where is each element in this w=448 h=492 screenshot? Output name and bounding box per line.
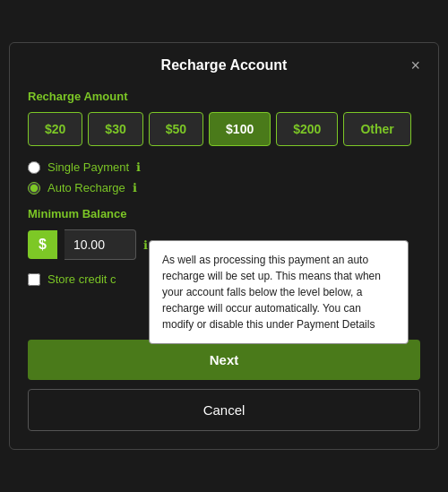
store-credit-label: Store credit c: [47, 272, 116, 286]
store-credit-checkbox[interactable]: [28, 273, 40, 286]
min-balance-label: Minimum Balance: [28, 207, 420, 220]
min-balance-info-icon[interactable]: ℹ: [143, 238, 148, 252]
close-button[interactable]: ×: [410, 57, 420, 73]
single-payment-option[interactable]: Single Payment ℹ: [28, 160, 420, 174]
payment-options: Single Payment ℹ Auto Recharge ℹ: [28, 160, 420, 194]
tooltip-text: As well as processing this payment an au…: [162, 254, 381, 331]
auto-recharge-info-icon[interactable]: ℹ: [133, 181, 137, 194]
modal-title: Recharge Account: [161, 57, 288, 73]
amount-btn-30[interactable]: $30: [88, 112, 142, 146]
amount-btn-200[interactable]: $200: [276, 112, 338, 146]
cancel-button[interactable]: Cancel: [28, 389, 420, 431]
amount-btn-50[interactable]: $50: [149, 112, 203, 146]
single-payment-info-icon[interactable]: ℹ: [136, 160, 141, 174]
modal-header: Recharge Account ×: [28, 57, 420, 73]
single-payment-label: Single Payment: [47, 160, 129, 174]
amount-btn-100[interactable]: $100: [209, 112, 271, 146]
auto-recharge-label: Auto Recharge: [47, 181, 125, 194]
next-button[interactable]: Next: [28, 340, 420, 380]
amount-btn-other[interactable]: Other: [343, 112, 410, 146]
recharge-modal: Recharge Account × Recharge Amount $20 $…: [9, 42, 439, 450]
single-payment-radio[interactable]: [28, 161, 40, 174]
amount-buttons-group: $20 $30 $50 $100 $200 Other: [28, 112, 420, 146]
recharge-amount-label: Recharge Amount: [28, 90, 420, 103]
amount-btn-20[interactable]: $20: [28, 112, 82, 146]
auto-recharge-radio[interactable]: [28, 182, 40, 194]
action-buttons: Next Cancel: [28, 340, 420, 431]
min-balance-input[interactable]: [65, 229, 136, 260]
tooltip-box: As well as processing this payment an au…: [149, 240, 409, 344]
dollar-sign: $: [28, 230, 57, 259]
auto-recharge-option[interactable]: Auto Recharge ℹ: [28, 181, 420, 194]
